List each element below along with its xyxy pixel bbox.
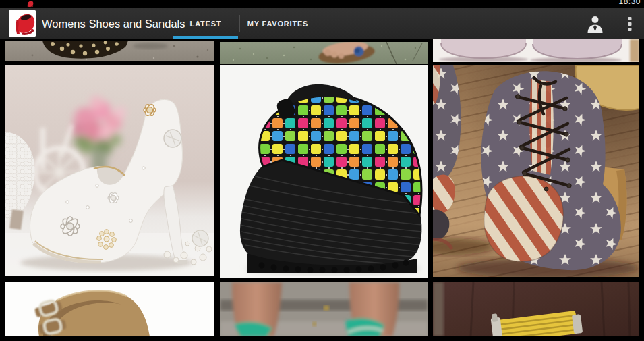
photo-thumbnail-woven-wedge[interactable] bbox=[220, 65, 428, 278]
pearl-heels-image bbox=[5, 65, 214, 276]
photo-thumbnail-studded-sole[interactable] bbox=[5, 41, 214, 61]
tab-bar: LATEST MY FAVORITES bbox=[172, 8, 316, 39]
status-bar: 18:30 bbox=[0, 0, 644, 8]
sandal-foot-image bbox=[220, 42, 428, 64]
profile-button[interactable] bbox=[584, 14, 606, 35]
teal-flats-legs-image bbox=[220, 282, 428, 336]
flag-booties-image bbox=[433, 65, 639, 277]
tab-latest[interactable]: LATEST bbox=[172, 8, 239, 39]
photo-thumbnail-tan-bootie[interactable] bbox=[5, 282, 214, 336]
photo-thumbnail-yellow-wedge[interactable] bbox=[433, 282, 639, 336]
app-screen: 18:30 Womens Shoes and Sandals LATEST MY… bbox=[0, 0, 644, 341]
photo-thumbnail-teal-flats-legs[interactable] bbox=[220, 282, 428, 336]
tab-latest-label: LATEST bbox=[190, 20, 222, 28]
overflow-menu-icon bbox=[628, 17, 632, 32]
photo-thumbnail-sandal-foot[interactable] bbox=[220, 42, 428, 64]
person-icon bbox=[587, 15, 604, 34]
app-logo-icon[interactable] bbox=[9, 10, 36, 37]
tan-bootie-image bbox=[5, 282, 214, 336]
shoe-notification-icon bbox=[25, 0, 34, 8]
overflow-menu-button[interactable] bbox=[623, 14, 637, 34]
pale-shoes-image bbox=[433, 39, 639, 62]
photo-thumbnail-pearl-heels[interactable] bbox=[5, 65, 214, 276]
action-bar: Womens Shoes and Sandals LATEST MY FAVOR… bbox=[0, 8, 644, 39]
red-heel-icon bbox=[9, 10, 36, 37]
tab-my-favorites-label: MY FAVORITES bbox=[247, 20, 308, 28]
studded-sole-image bbox=[5, 41, 214, 61]
photo-thumbnail-pale-shoes[interactable] bbox=[433, 39, 639, 62]
yellow-wedge-image bbox=[433, 282, 639, 336]
tab-my-favorites[interactable]: MY FAVORITES bbox=[240, 8, 316, 39]
active-tab-underline bbox=[173, 36, 238, 39]
status-time: 18:30 bbox=[618, 0, 641, 6]
photo-thumbnail-flag-booties[interactable] bbox=[433, 65, 639, 277]
woven-wedge-image bbox=[220, 65, 428, 278]
app-title: Womens Shoes and Sandals bbox=[42, 8, 185, 39]
